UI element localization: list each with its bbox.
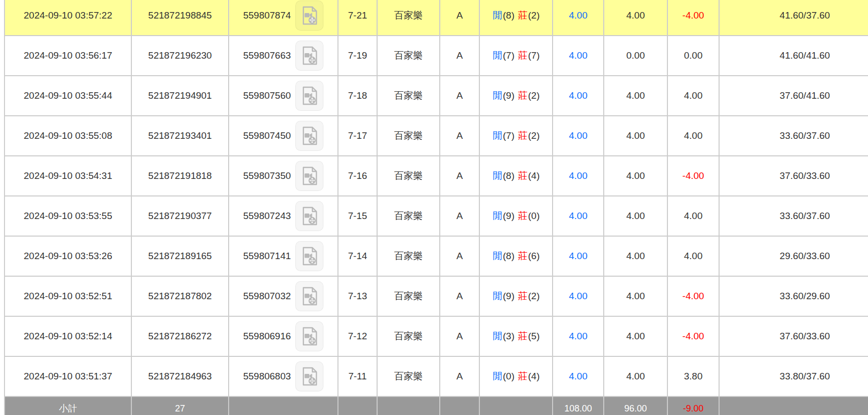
- cell-bet-amount: 4.00: [553, 276, 604, 316]
- video-file-icon: [301, 46, 318, 65]
- cell-table: A: [440, 196, 479, 236]
- video-replay-button[interactable]: [295, 121, 323, 151]
- video-file-icon: [301, 327, 318, 346]
- cell-time: 2024-09-10 03:52:14: [5, 316, 131, 356]
- player-score: (3): [503, 331, 514, 341]
- banker-score: (2): [528, 90, 540, 101]
- cell-time: 2024-09-10 03:54:31: [5, 156, 131, 196]
- game-id-text: 559807350: [243, 170, 291, 181]
- cell-result: 閒(9)莊(0): [479, 196, 553, 236]
- cell-time: 2024-09-10 03:51:37: [5, 356, 131, 396]
- video-replay-button[interactable]: [295, 161, 323, 191]
- cell-game-id: 559807874: [229, 0, 338, 36]
- cell-result: 閒(9)莊(2): [479, 276, 553, 316]
- cell-game-type: 百家樂: [377, 356, 440, 396]
- player-label: 閒: [493, 211, 502, 221]
- subtotal-bet-total: 108.00: [553, 396, 604, 415]
- player-score: (9): [503, 90, 514, 101]
- player-score: (8): [503, 251, 514, 261]
- video-replay-button[interactable]: [295, 1, 323, 31]
- game-id-text: 559807450: [243, 130, 291, 141]
- cell-bet-id: 521872189165: [131, 236, 229, 276]
- cell-game-type: 百家樂: [377, 276, 440, 316]
- player-score: (7): [503, 50, 514, 61]
- cell-win-loss: -4.00: [667, 156, 719, 196]
- cell-time: 2024-09-10 03:57:22: [5, 0, 131, 36]
- cell-game-type: 百家樂: [377, 316, 440, 356]
- cell-game-type: 百家樂: [377, 156, 440, 196]
- banker-label: 莊: [518, 90, 528, 101]
- cell-round: 7-13: [338, 276, 377, 316]
- table-row[interactable]: 2024-09-10 03:54:31 521872191818 5598073…: [5, 156, 868, 196]
- cell-round: 7-14: [338, 236, 377, 276]
- video-replay-button[interactable]: [295, 241, 323, 271]
- video-file-icon: [301, 166, 318, 185]
- player-label: 閒: [493, 50, 502, 61]
- video-replay-button[interactable]: [295, 81, 323, 111]
- game-id-wrapper: 559807560: [229, 81, 337, 111]
- banker-label: 莊: [518, 331, 528, 341]
- cell-game-type: 百家樂: [377, 116, 440, 156]
- cell-bet-id: 521872186272: [131, 316, 229, 356]
- cell-round: 7-21: [338, 0, 377, 36]
- cell-table: A: [440, 316, 479, 356]
- cell-valid-amount: 4.00: [604, 116, 667, 156]
- subtotal-empty-cell: [719, 396, 868, 415]
- game-id-text: 559807243: [243, 211, 291, 222]
- cell-game-type: 百家樂: [377, 76, 440, 116]
- cell-time: 2024-09-10 03:55:44: [5, 76, 131, 116]
- player-label: 閒: [493, 291, 502, 301]
- cell-table: A: [440, 236, 479, 276]
- video-replay-button[interactable]: [295, 361, 323, 391]
- cell-game-id: 559807560: [229, 76, 338, 116]
- table-row[interactable]: 2024-09-10 03:53:55 521872190377 5598072…: [5, 196, 868, 236]
- cell-win-loss: 4.00: [667, 76, 719, 116]
- table-row[interactable]: 2024-09-10 03:55:08 521872193401 5598074…: [5, 116, 868, 156]
- cell-bet-amount: 4.00: [553, 76, 604, 116]
- player-score: (7): [503, 130, 514, 141]
- cell-valid-amount: 4.00: [604, 276, 667, 316]
- cell-time: 2024-09-10 03:56:17: [5, 36, 131, 76]
- table-row[interactable]: 2024-09-10 03:57:22 521872198845 5598078…: [5, 0, 868, 36]
- cell-result: 閒(7)莊(7): [479, 36, 553, 76]
- video-file-icon: [301, 6, 318, 25]
- video-replay-button[interactable]: [295, 201, 323, 231]
- cell-bet-id: 521872198845: [131, 0, 229, 36]
- table-row[interactable]: 2024-09-10 03:51:37 521872184963 5598068…: [5, 356, 868, 396]
- bet-history-table: 2024-09-10 03:57:22 521872198845 5598078…: [4, 0, 868, 415]
- cell-time: 2024-09-10 03:53:26: [5, 236, 131, 276]
- video-file-icon: [301, 126, 318, 145]
- cell-balance: 37.60/41.60: [719, 76, 868, 116]
- table-row[interactable]: 2024-09-10 03:56:17 521872196230 5598076…: [5, 36, 868, 76]
- video-file-icon: [301, 367, 318, 386]
- table-row[interactable]: 2024-09-10 03:53:26 521872189165 5598071…: [5, 236, 868, 276]
- cell-win-loss: 3.80: [667, 356, 719, 396]
- cell-game-type: 百家樂: [377, 36, 440, 76]
- video-file-icon: [301, 287, 318, 306]
- table-row[interactable]: 2024-09-10 03:52:51 521872187802 5598070…: [5, 276, 868, 316]
- banker-score: (4): [528, 170, 540, 181]
- cell-table: A: [440, 156, 479, 196]
- banker-score: (7): [528, 50, 540, 61]
- cell-bet-amount: 4.00: [553, 356, 604, 396]
- cell-win-loss: -4.00: [667, 316, 719, 356]
- banker-score: (2): [528, 10, 540, 21]
- banker-score: (0): [528, 211, 540, 221]
- player-score: (9): [503, 211, 514, 221]
- banker-score: (2): [528, 291, 540, 301]
- cell-result: 閒(8)莊(4): [479, 156, 553, 196]
- video-replay-button[interactable]: [295, 321, 323, 351]
- cell-bet-amount: 4.00: [553, 0, 604, 36]
- video-replay-button[interactable]: [295, 41, 323, 71]
- table-row[interactable]: 2024-09-10 03:55:44 521872194901 5598075…: [5, 76, 868, 116]
- table-row[interactable]: 2024-09-10 03:52:14 521872186272 5598069…: [5, 316, 868, 356]
- cell-bet-id: 521872191818: [131, 156, 229, 196]
- cell-win-loss: 4.00: [667, 236, 719, 276]
- cell-bet-amount: 4.00: [553, 116, 604, 156]
- video-replay-button[interactable]: [295, 281, 323, 311]
- subtotal-empty-cell: [440, 396, 479, 415]
- cell-game-type: 百家樂: [377, 236, 440, 276]
- player-score: (8): [503, 170, 514, 181]
- cell-round: 7-12: [338, 316, 377, 356]
- cell-game-id: 559806916: [229, 316, 338, 356]
